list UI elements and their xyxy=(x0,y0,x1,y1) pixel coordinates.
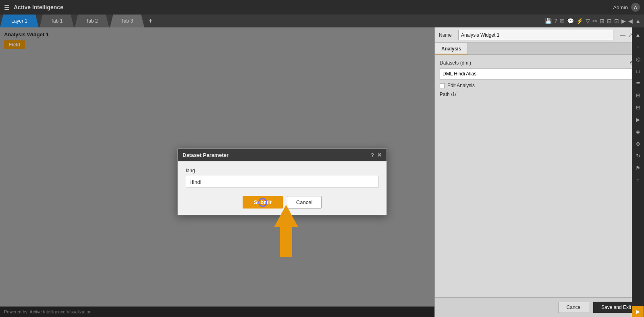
save-icon[interactable]: 💾 xyxy=(545,18,552,24)
mail-icon[interactable]: ✉ xyxy=(560,18,565,24)
rp-tab-analysis[interactable]: Analysis xyxy=(435,43,468,54)
modal-lang-input[interactable] xyxy=(186,176,378,188)
modal-title: Dataset Parameter xyxy=(183,152,371,158)
tab-layer1[interactable]: Layer 1 xyxy=(0,15,39,27)
modal-footer: Submit Cancel xyxy=(178,196,386,215)
rs-icon-3[interactable]: □ xyxy=(632,65,644,77)
path-value: /1/ xyxy=(451,92,456,97)
tab-tab2[interactable]: Tab 2 xyxy=(75,15,109,27)
modal-overlay: Dataset Parameter ? ✕ lang Submit xyxy=(0,27,434,317)
top-bar: ☰ Active Intelligence Admin A xyxy=(0,0,644,15)
path-row: Path /1/ xyxy=(440,92,639,97)
rs-icon-12[interactable]: ↑ xyxy=(632,174,644,186)
scissors-icon[interactable]: ✂ xyxy=(592,18,597,24)
tab-tab1[interactable]: Tab 1 xyxy=(39,15,74,27)
rs-icon-0[interactable]: ▲ xyxy=(632,29,644,40)
right-panel-footer: Cancel Save and Exit xyxy=(435,297,644,317)
rs-icon-10[interactable]: ↻ xyxy=(632,150,644,161)
right-panel: Name — ⤢ ✕ Analysis ▲ Datasets (dml) ⚙ ⌂ xyxy=(434,27,644,317)
rs-icon-8[interactable]: ◈ xyxy=(632,126,644,137)
edit-analysis-label: Edit Analysis xyxy=(447,83,475,88)
chat-icon[interactable]: 💬 xyxy=(567,18,574,24)
right-sidebar: ▲ ≡ ◎ □ ≣ ⊞ ⊟ ▶ ◈ ⊛ ↻ ⚑ ↑ ▶ xyxy=(632,27,644,317)
modal-close-icon[interactable]: ✕ xyxy=(377,152,382,158)
submit-button-inner: Submit xyxy=(254,199,272,205)
rs-icon-2[interactable]: ◎ xyxy=(632,53,644,65)
right-panel-tabs: Analysis ▲ xyxy=(435,43,644,55)
tab-bar: Layer 1 Tab 1 Tab 2 Tab 3 + 💾 ? ✉ 💬 ⚡ ▽ … xyxy=(0,15,644,27)
dataset-dropdown-row: DML Hindi Alias xyxy=(440,68,639,79)
canvas-area: Analysis Widget 1 Field Dataset Paramete… xyxy=(0,27,434,317)
tab-tab3[interactable]: Tab 3 xyxy=(110,15,144,27)
help-icon[interactable]: ? xyxy=(554,18,557,24)
name-label: Name xyxy=(439,32,455,38)
rs-icon-4[interactable]: ≣ xyxy=(632,77,644,89)
menu-icon[interactable]: ☰ xyxy=(4,4,10,11)
rph-minus-icon[interactable]: — xyxy=(620,32,625,38)
panel-cancel-button[interactable]: Cancel xyxy=(558,302,590,313)
rs-icon-bottom-active[interactable]: ▶ xyxy=(632,306,644,317)
tab-bar-right-icons: 💾 ? ✉ 💬 ⚡ ▽ ✂ ⊞ ⊟ ⊡ ▶ ◀ ▲ xyxy=(545,18,644,24)
modal-cancel-button[interactable]: Cancel xyxy=(287,196,322,209)
up-icon[interactable]: ▲ xyxy=(635,18,641,24)
funnel-icon[interactable]: ▽ xyxy=(586,18,590,24)
filter-icon[interactable]: ⚡ xyxy=(576,18,583,24)
datasets-label: Datasets (dml) xyxy=(440,60,471,66)
rs-icon-1[interactable]: ≡ xyxy=(632,41,644,52)
right-panel-header: Name — ⤢ ✕ xyxy=(435,27,644,43)
grid-icon[interactable]: ⊟ xyxy=(607,18,612,24)
right-panel-body: Datasets (dml) ⚙ ⌂ DML Hindi Alias Edit … xyxy=(435,55,644,297)
modal-field-label: lang xyxy=(186,168,378,173)
submit-label: Submit xyxy=(254,199,272,205)
user-avatar[interactable]: A xyxy=(631,3,640,12)
datasets-section-title: Datasets (dml) ⚙ ⌂ xyxy=(440,60,639,66)
expand-icon[interactable]: ⊡ xyxy=(614,18,619,24)
modal-header-icons: ? ✕ xyxy=(371,152,382,158)
tab-add-button[interactable]: + xyxy=(145,15,156,27)
modal-body: lang xyxy=(178,161,386,196)
submit-button[interactable]: Submit xyxy=(243,196,283,209)
arrow-right-icon[interactable]: ▶ xyxy=(621,18,626,24)
modal-help-icon[interactable]: ? xyxy=(371,152,374,158)
dataset-parameter-modal: Dataset Parameter ? ✕ lang Submit xyxy=(177,148,387,215)
path-label: Path xyxy=(440,92,450,97)
edit-analysis-row: Edit Analysis xyxy=(440,83,639,88)
rs-icon-11[interactable]: ⚑ xyxy=(632,162,644,173)
rs-icon-9[interactable]: ⊛ xyxy=(632,138,644,149)
main-area: Analysis Widget 1 Field Dataset Paramete… xyxy=(0,27,644,317)
top-bar-right: Admin A xyxy=(613,3,640,12)
admin-label: Admin xyxy=(613,4,628,10)
modal-header: Dataset Parameter ? ✕ xyxy=(178,149,386,161)
arrow-left-icon[interactable]: ◀ xyxy=(628,18,633,24)
dataset-dropdown[interactable]: DML Hindi Alias xyxy=(440,68,639,79)
app-title: Active Intelligence xyxy=(14,4,63,10)
rs-icon-6[interactable]: ⊟ xyxy=(632,102,644,113)
edit-analysis-checkbox[interactable] xyxy=(440,83,445,88)
table-icon[interactable]: ⊞ xyxy=(600,18,605,24)
name-input[interactable] xyxy=(458,30,613,40)
rs-icon-5[interactable]: ⊞ xyxy=(632,90,644,101)
rs-icon-7[interactable]: ▶ xyxy=(632,114,644,125)
